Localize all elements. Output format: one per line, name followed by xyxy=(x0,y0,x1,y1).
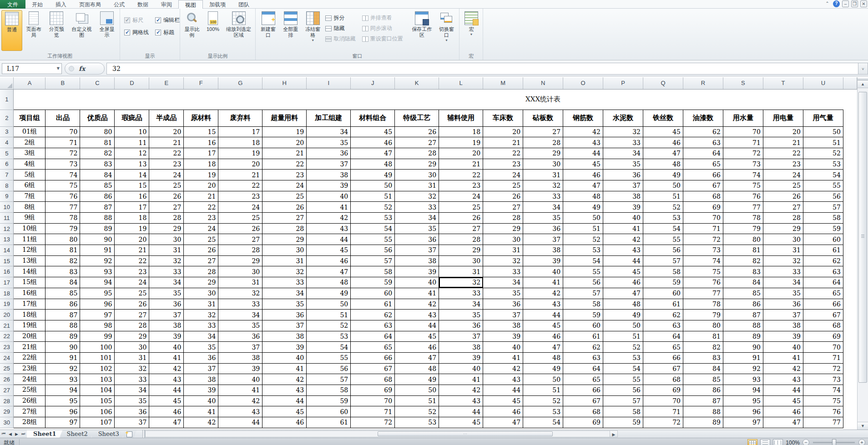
cell[interactable]: 59 xyxy=(603,417,643,428)
cell[interactable]: 32 xyxy=(395,191,439,202)
cell[interactable] xyxy=(723,89,763,110)
group-label-cell[interactable]: 21组 xyxy=(14,342,45,353)
cell[interactable] xyxy=(643,89,683,110)
row-header-6[interactable]: 6 xyxy=(0,159,14,170)
row-header-13[interactable]: 13 xyxy=(0,234,14,245)
cell[interactable]: 39 xyxy=(149,331,184,342)
table-header-cell[interactable]: 半成品 xyxy=(149,110,184,126)
cell[interactable]: 69 xyxy=(563,417,603,428)
cell[interactable]: 61 xyxy=(563,331,603,342)
cell[interactable]: 23 xyxy=(115,266,149,277)
cell[interactable]: 24 xyxy=(184,223,218,234)
cell[interactable]: 51 xyxy=(643,191,683,202)
cell[interactable]: 75 xyxy=(803,395,843,406)
cell[interactable]: 34 xyxy=(149,277,184,288)
cell[interactable]: 27 xyxy=(763,202,803,213)
cell[interactable]: 94 xyxy=(723,385,763,396)
cell[interactable]: 27 xyxy=(184,255,218,266)
cell[interactable] xyxy=(439,89,483,110)
group-label-cell[interactable]: 8组 xyxy=(14,202,45,213)
cell[interactable]: 88 xyxy=(80,213,115,224)
ribbon-tab[interactable]: 公式 xyxy=(107,0,131,9)
column-header-T[interactable]: T xyxy=(763,77,803,89)
cell[interactable]: 77 xyxy=(45,202,80,213)
ribbon-tab[interactable]: 团队 xyxy=(232,0,256,9)
column-header-B[interactable]: B xyxy=(45,77,80,89)
cell[interactable]: 91 xyxy=(45,352,80,363)
cell[interactable]: 70 xyxy=(683,213,723,224)
ribbon-tab[interactable]: 插入 xyxy=(49,0,73,9)
column-header-K[interactable]: K xyxy=(395,77,439,89)
cell[interactable]: 28 xyxy=(395,148,439,159)
cell[interactable]: 55 xyxy=(351,234,395,245)
table-header-cell[interactable]: 出品 xyxy=(45,110,80,126)
cell[interactable]: 62 xyxy=(351,310,395,320)
cell[interactable]: 38 xyxy=(483,320,523,331)
cell[interactable]: 83 xyxy=(683,352,723,363)
cell[interactable]: 81 xyxy=(723,245,763,256)
close-icon[interactable]: ✕ xyxy=(860,0,867,7)
cell[interactable]: 13 xyxy=(115,159,149,170)
cell[interactable]: 33 xyxy=(395,202,439,213)
custom-views-button[interactable]: 自定义视图 xyxy=(68,10,96,51)
cell[interactable]: 60 xyxy=(563,320,603,331)
cell[interactable]: 23 xyxy=(439,180,483,191)
cell[interactable]: 65 xyxy=(351,342,395,353)
cell[interactable]: 27 xyxy=(115,310,149,320)
cell[interactable]: 58 xyxy=(643,266,683,277)
cell[interactable]: 79 xyxy=(683,310,723,320)
cell[interactable]: 66 xyxy=(683,170,723,180)
cell[interactable]: 86 xyxy=(45,299,80,310)
cell[interactable]: 47 xyxy=(395,352,439,363)
cell[interactable]: 36 xyxy=(523,223,563,234)
cell[interactable]: 40 xyxy=(523,266,563,277)
cell[interactable]: 62 xyxy=(643,310,683,320)
cell[interactable]: 51 xyxy=(563,223,603,234)
cell[interactable]: 50 xyxy=(643,180,683,191)
cell[interactable]: 25 xyxy=(115,288,149,299)
cell[interactable]: 64 xyxy=(643,331,683,342)
cell[interactable]: 95 xyxy=(723,395,763,406)
cell[interactable]: 32 xyxy=(115,363,149,374)
cell[interactable]: 34 xyxy=(218,310,262,320)
cell[interactable]: 45 xyxy=(603,266,643,277)
cell[interactable]: 57 xyxy=(643,255,683,266)
cell[interactable]: 48 xyxy=(395,363,439,374)
cell[interactable]: 29 xyxy=(218,255,262,266)
cell[interactable]: 43 xyxy=(218,406,262,417)
cell[interactable]: 61 xyxy=(803,245,843,256)
insert-worksheet-tab[interactable] xyxy=(123,430,137,438)
row-header-28[interactable]: 28 xyxy=(0,395,14,406)
cell[interactable]: 31 xyxy=(149,245,184,256)
cell[interactable]: 30 xyxy=(262,245,307,256)
cell[interactable]: 41 xyxy=(483,352,523,363)
group-label-cell[interactable]: 24组 xyxy=(14,374,45,385)
cell[interactable]: 47 xyxy=(603,288,643,299)
table-header-cell[interactable]: 原材料 xyxy=(184,110,218,126)
cell[interactable]: 47 xyxy=(643,148,683,159)
cell[interactable]: 33 xyxy=(763,266,803,277)
cell[interactable]: 12 xyxy=(115,148,149,159)
table-header-cell[interactable]: 项目组 xyxy=(14,110,45,126)
select-all-corner[interactable] xyxy=(0,77,14,89)
cell[interactable]: 19 xyxy=(262,126,307,137)
cell[interactable]: 26 xyxy=(395,126,439,137)
cell[interactable]: 63 xyxy=(683,137,723,148)
cell[interactable]: 47 xyxy=(523,342,563,353)
cell[interactable]: 29 xyxy=(523,148,563,159)
cell[interactable]: 25 xyxy=(763,180,803,191)
zoom-in-icon[interactable]: + xyxy=(858,439,865,445)
cell[interactable]: 29 xyxy=(763,223,803,234)
cell[interactable]: 26 xyxy=(115,299,149,310)
cell[interactable] xyxy=(262,89,307,110)
cell[interactable]: 31 xyxy=(395,180,439,191)
cell[interactable]: 39 xyxy=(218,363,262,374)
checkbox-icon[interactable] xyxy=(124,30,130,35)
row-header-16[interactable]: 16 xyxy=(0,266,14,277)
cell[interactable]: 30 xyxy=(184,288,218,299)
save-workspace-button[interactable]: 保存工作区 xyxy=(408,10,435,51)
cell[interactable]: 62 xyxy=(683,126,723,137)
cell[interactable]: 38 xyxy=(395,255,439,266)
cell[interactable]: 47 xyxy=(563,180,603,191)
cell[interactable]: 97 xyxy=(80,310,115,320)
